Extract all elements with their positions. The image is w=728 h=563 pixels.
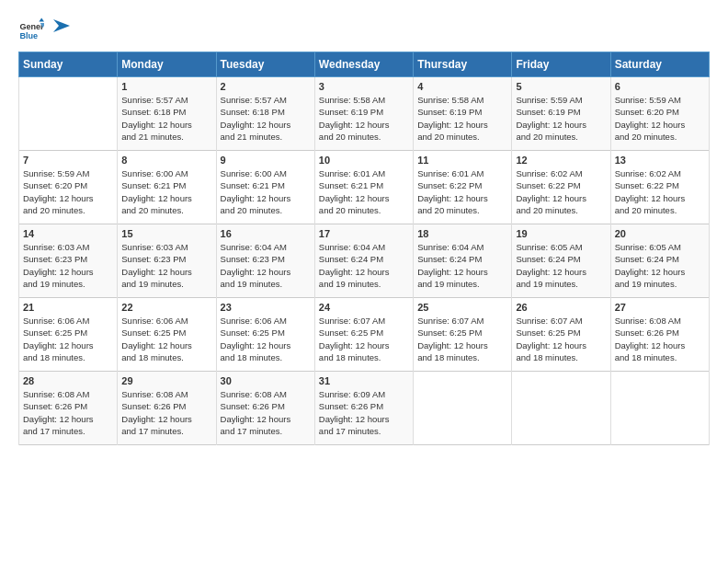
day-cell	[414, 372, 512, 445]
day-info: Sunrise: 5:58 AMSunset: 6:19 PMDaylight:…	[319, 94, 409, 143]
day-cell: 9Sunrise: 6:00 AMSunset: 6:21 PMDaylight…	[216, 151, 314, 224]
day-number: 27	[615, 302, 705, 313]
day-cell: 14Sunrise: 6:03 AMSunset: 6:23 PMDayligh…	[19, 224, 118, 298]
day-cell: 1Sunrise: 5:57 AMSunset: 6:18 PMDaylight…	[118, 77, 216, 151]
day-info: Sunrise: 6:07 AMSunset: 6:25 PMDaylight:…	[417, 315, 507, 363]
day-number: 13	[615, 155, 705, 166]
day-cell: 22Sunrise: 6:06 AMSunset: 6:25 PMDayligh…	[118, 298, 216, 372]
day-cell: 20Sunrise: 6:05 AMSunset: 6:24 PMDayligh…	[610, 224, 709, 298]
day-number: 18	[417, 228, 507, 239]
logo-icon: General Blue	[18, 17, 44, 42]
day-cell: 30Sunrise: 6:08 AMSunset: 6:26 PMDayligh…	[216, 372, 314, 445]
day-cell	[610, 372, 709, 445]
day-number: 2	[221, 81, 311, 92]
day-cell: 8Sunrise: 6:00 AMSunset: 6:21 PMDaylight…	[118, 151, 216, 224]
day-info: Sunrise: 6:06 AMSunset: 6:25 PMDaylight:…	[221, 315, 311, 363]
day-cell: 27Sunrise: 6:08 AMSunset: 6:26 PMDayligh…	[610, 298, 709, 372]
day-info: Sunrise: 6:02 AMSunset: 6:22 PMDaylight:…	[516, 167, 606, 216]
day-number: 31	[319, 375, 409, 386]
day-cell: 4Sunrise: 5:58 AMSunset: 6:19 PMDaylight…	[414, 77, 512, 151]
day-info: Sunrise: 6:05 AMSunset: 6:24 PMDaylight:…	[615, 241, 705, 290]
day-info: Sunrise: 6:04 AMSunset: 6:24 PMDaylight:…	[417, 241, 507, 290]
day-cell: 12Sunrise: 6:02 AMSunset: 6:22 PMDayligh…	[512, 151, 610, 224]
day-cell: 13Sunrise: 6:02 AMSunset: 6:22 PMDayligh…	[610, 151, 709, 224]
day-cell: 29Sunrise: 6:08 AMSunset: 6:26 PMDayligh…	[118, 372, 216, 445]
day-info: Sunrise: 6:03 AMSunset: 6:23 PMDaylight:…	[121, 241, 211, 290]
day-info: Sunrise: 5:59 AMSunset: 6:20 PMDaylight:…	[23, 167, 113, 216]
day-cell: 11Sunrise: 6:01 AMSunset: 6:22 PMDayligh…	[414, 151, 512, 224]
day-number: 29	[121, 375, 211, 386]
day-info: Sunrise: 6:06 AMSunset: 6:25 PMDaylight:…	[121, 315, 211, 363]
day-info: Sunrise: 5:57 AMSunset: 6:18 PMDaylight:…	[221, 94, 311, 143]
day-cell: 31Sunrise: 6:09 AMSunset: 6:26 PMDayligh…	[314, 372, 413, 445]
day-number: 11	[417, 155, 507, 166]
day-cell: 2Sunrise: 5:57 AMSunset: 6:18 PMDaylight…	[216, 77, 314, 151]
day-number: 24	[319, 302, 409, 313]
day-cell: 5Sunrise: 5:59 AMSunset: 6:19 PMDaylight…	[512, 77, 610, 151]
day-info: Sunrise: 6:08 AMSunset: 6:26 PMDaylight:…	[615, 315, 705, 363]
logo: General Blue	[18, 17, 70, 42]
page: General Blue SundayMondayTuesdayWednesda…	[0, 0, 728, 563]
day-info: Sunrise: 5:57 AMSunset: 6:18 PMDaylight:…	[121, 94, 211, 143]
day-info: Sunrise: 6:04 AMSunset: 6:24 PMDaylight:…	[319, 241, 409, 290]
day-number: 8	[121, 155, 211, 166]
day-info: Sunrise: 6:09 AMSunset: 6:26 PMDaylight:…	[319, 388, 409, 437]
day-number: 21	[23, 302, 113, 313]
day-info: Sunrise: 6:04 AMSunset: 6:23 PMDaylight:…	[221, 241, 311, 290]
day-cell: 10Sunrise: 6:01 AMSunset: 6:21 PMDayligh…	[314, 151, 413, 224]
day-info: Sunrise: 6:05 AMSunset: 6:24 PMDaylight:…	[516, 241, 606, 290]
week-row-4: 21Sunrise: 6:06 AMSunset: 6:25 PMDayligh…	[19, 298, 710, 372]
week-row-2: 7Sunrise: 5:59 AMSunset: 6:20 PMDaylight…	[19, 151, 710, 224]
svg-marker-4	[53, 19, 70, 32]
day-cell: 15Sunrise: 6:03 AMSunset: 6:23 PMDayligh…	[118, 224, 216, 298]
col-header-wednesday: Wednesday	[314, 52, 413, 77]
day-number: 17	[319, 228, 409, 239]
calendar-table: SundayMondayTuesdayWednesdayThursdayFrid…	[18, 52, 710, 445]
day-cell: 26Sunrise: 6:07 AMSunset: 6:25 PMDayligh…	[512, 298, 610, 372]
logo-arrow-icon	[53, 16, 70, 36]
day-cell	[512, 372, 610, 445]
day-info: Sunrise: 6:01 AMSunset: 6:21 PMDaylight:…	[319, 167, 409, 216]
day-info: Sunrise: 6:08 AMSunset: 6:26 PMDaylight:…	[23, 388, 113, 437]
day-cell: 6Sunrise: 5:59 AMSunset: 6:20 PMDaylight…	[610, 77, 709, 151]
col-header-thursday: Thursday	[414, 52, 512, 77]
day-info: Sunrise: 6:01 AMSunset: 6:22 PMDaylight:…	[417, 167, 507, 216]
day-number: 5	[516, 81, 606, 92]
day-number: 12	[516, 155, 606, 166]
day-info: Sunrise: 6:00 AMSunset: 6:21 PMDaylight:…	[121, 167, 211, 216]
day-number: 19	[516, 228, 606, 239]
week-row-1: 1Sunrise: 5:57 AMSunset: 6:18 PMDaylight…	[19, 77, 710, 151]
col-header-tuesday: Tuesday	[216, 52, 314, 77]
day-number: 6	[615, 81, 705, 92]
day-info: Sunrise: 5:58 AMSunset: 6:19 PMDaylight:…	[417, 94, 507, 143]
col-header-monday: Monday	[118, 52, 216, 77]
day-info: Sunrise: 6:03 AMSunset: 6:23 PMDaylight:…	[23, 241, 113, 290]
day-number: 4	[417, 81, 507, 92]
day-info: Sunrise: 6:02 AMSunset: 6:22 PMDaylight:…	[615, 167, 705, 216]
day-cell: 16Sunrise: 6:04 AMSunset: 6:23 PMDayligh…	[216, 224, 314, 298]
day-info: Sunrise: 6:07 AMSunset: 6:25 PMDaylight:…	[319, 315, 409, 363]
col-header-saturday: Saturday	[610, 52, 709, 77]
col-header-friday: Friday	[512, 52, 610, 77]
day-number: 30	[221, 375, 311, 386]
day-cell: 3Sunrise: 5:58 AMSunset: 6:19 PMDaylight…	[314, 77, 413, 151]
day-number: 9	[221, 155, 311, 166]
day-info: Sunrise: 5:59 AMSunset: 6:19 PMDaylight:…	[516, 94, 606, 143]
day-cell: 19Sunrise: 6:05 AMSunset: 6:24 PMDayligh…	[512, 224, 610, 298]
header: General Blue	[18, 17, 710, 42]
day-number: 1	[121, 81, 211, 92]
day-number: 14	[23, 228, 113, 239]
day-info: Sunrise: 6:06 AMSunset: 6:25 PMDaylight:…	[23, 315, 113, 363]
day-info: Sunrise: 6:08 AMSunset: 6:26 PMDaylight:…	[221, 388, 311, 437]
day-number: 25	[417, 302, 507, 313]
svg-text:General: General	[19, 22, 44, 31]
day-cell: 17Sunrise: 6:04 AMSunset: 6:24 PMDayligh…	[314, 224, 413, 298]
header-row: SundayMondayTuesdayWednesdayThursdayFrid…	[19, 52, 710, 77]
day-info: Sunrise: 5:59 AMSunset: 6:20 PMDaylight:…	[615, 94, 705, 143]
day-number: 7	[23, 155, 113, 166]
day-cell: 28Sunrise: 6:08 AMSunset: 6:26 PMDayligh…	[19, 372, 118, 445]
day-number: 28	[23, 375, 113, 386]
day-number: 22	[121, 302, 211, 313]
day-number: 20	[615, 228, 705, 239]
day-info: Sunrise: 6:00 AMSunset: 6:21 PMDaylight:…	[221, 167, 311, 216]
